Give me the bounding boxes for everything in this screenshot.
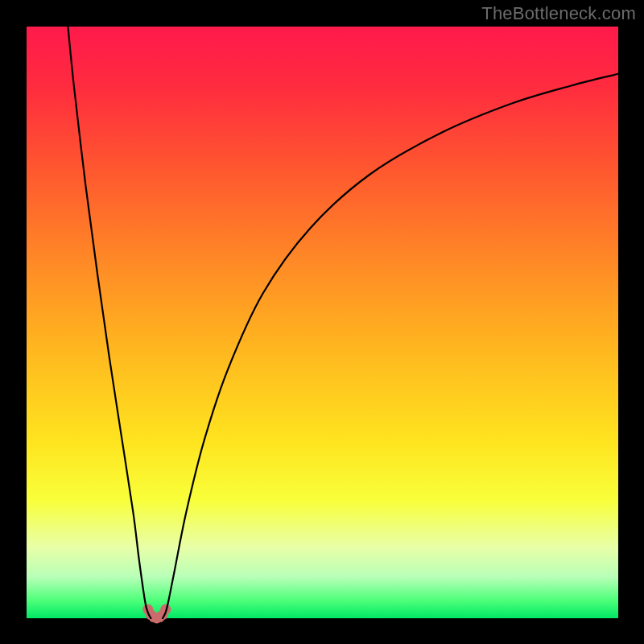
chart-frame: TheBottleneck.com <box>0 0 644 644</box>
bottleneck-chart-svg <box>0 0 644 644</box>
watermark-text: TheBottleneck.com <box>481 3 636 24</box>
plot-background <box>27 27 618 618</box>
